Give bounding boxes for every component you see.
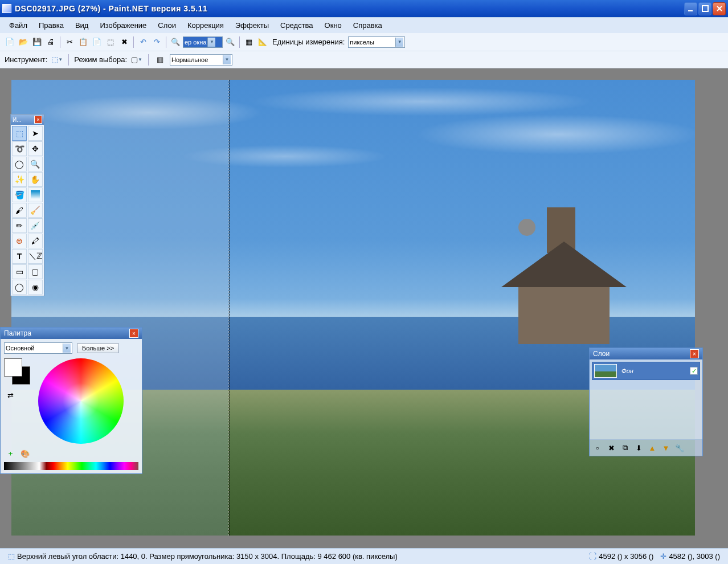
tool-move[interactable]: ✥: [28, 141, 43, 156]
ruler-button[interactable]: 📐: [256, 36, 269, 48]
copy-button[interactable]: 📋: [77, 36, 89, 48]
window-title: DSC02917.JPG (27%) - Paint.NET версия 3.…: [15, 4, 683, 13]
crop-button[interactable]: ⬚: [104, 36, 117, 48]
tool-freeform[interactable]: ◉: [28, 280, 43, 295]
menu-tools[interactable]: Средства: [275, 19, 319, 31]
tools-window[interactable]: И... × ⬚ ➤ ➰ ✥ ◯ 🔍 ✨ ✋ 🪣 🖌 🧹 ✏ 💉 ⊜ 🖍 T ＼…: [10, 114, 44, 296]
redo-button[interactable]: ↷: [150, 36, 163, 48]
zoom-out-button[interactable]: 🔍: [169, 36, 182, 48]
menu-effects[interactable]: Эффекты: [230, 19, 275, 31]
tool-recolor[interactable]: 🖍: [28, 234, 43, 248]
menu-adjust[interactable]: Коррекция: [182, 19, 230, 31]
primary-color-swatch[interactable]: [4, 358, 22, 377]
color-swatches[interactable]: [4, 358, 32, 387]
colors-window[interactable]: Палитра × Основной ▼ Больше >> ⇄ ＋ 🎨: [0, 327, 142, 474]
flood-mode-button[interactable]: ▥: [154, 54, 166, 66]
mode-replace-icon: ▢: [131, 55, 138, 64]
tool-line[interactable]: ＼ℤ: [28, 249, 43, 264]
tool-ellipse[interactable]: ◯: [12, 280, 27, 295]
duplicate-layer-button[interactable]: ⧉: [619, 442, 631, 454]
layer-visibility-checkbox[interactable]: ✓: [690, 367, 698, 375]
cut-icon: ✂: [67, 38, 73, 46]
blend-combo[interactable]: Нормальное ▼: [170, 54, 232, 66]
menu-bar: Файл Правка Вид Изображение Слои Коррекц…: [0, 17, 728, 33]
add-color-button[interactable]: ＋: [4, 447, 17, 460]
menu-view[interactable]: Вид: [69, 19, 95, 31]
paste-button[interactable]: 📄: [91, 36, 103, 48]
print-icon: 🖨: [47, 38, 55, 46]
delete-layer-button[interactable]: ✖: [605, 442, 617, 454]
new-button[interactable]: 📄: [3, 36, 16, 48]
tool-options-bar: Инструмент: ⬚▼ Режим выбора: ▢▼ ▥ Нормал…: [0, 51, 728, 68]
tool-brush[interactable]: 🖌: [12, 203, 27, 218]
tool-fill[interactable]: 🪣: [12, 187, 27, 202]
svg-rect-1: [702, 6, 708, 11]
save-button[interactable]: 💾: [31, 36, 43, 48]
menu-layers[interactable]: Слои: [152, 19, 182, 31]
picker-icon: 💉: [30, 221, 40, 230]
color-wheel[interactable]: [38, 358, 124, 444]
tool-lasso[interactable]: ➰: [12, 141, 27, 156]
tool-eraser[interactable]: 🧹: [28, 203, 43, 218]
layer-row[interactable]: Фон ✓: [592, 362, 700, 380]
zoom-combo[interactable]: ер окна ▼: [183, 36, 223, 48]
tools-titlebar[interactable]: И... ×: [11, 115, 44, 125]
layers-window[interactable]: Слои × Фон ✓ ▫ ✖ ⧉ ⬇ ▲ ▼ 🔧: [589, 348, 703, 456]
minimize-button[interactable]: [684, 2, 697, 15]
menu-window[interactable]: Окно: [319, 19, 347, 31]
tool-clone[interactable]: ⊜: [12, 234, 27, 248]
add-layer-button[interactable]: ▫: [591, 442, 604, 454]
tool-picker[interactable]: 💉: [28, 218, 43, 233]
active-tool-button[interactable]: ⬚▼: [51, 54, 63, 66]
deselect-button[interactable]: ✖: [118, 36, 130, 48]
layers-close-button[interactable]: ×: [690, 349, 699, 358]
tool-rounded-rect[interactable]: ▢: [28, 264, 43, 279]
print-button[interactable]: 🖨: [44, 36, 57, 48]
undo-button[interactable]: ↶: [137, 36, 149, 48]
color-palette-strip[interactable]: [4, 462, 138, 470]
tool-pan[interactable]: ✋: [28, 172, 43, 187]
tool-zoom[interactable]: 🔍: [28, 157, 43, 171]
cut-button[interactable]: ✂: [63, 36, 76, 48]
palette-button[interactable]: 🎨: [19, 447, 31, 460]
tools-close-button[interactable]: ×: [34, 116, 42, 124]
tool-rect-select[interactable]: ⬚: [12, 126, 27, 141]
layer-props-button[interactable]: 🔧: [673, 442, 686, 454]
cursor-pos-segment: ✛ 4582 (), 3003 (): [657, 552, 723, 561]
menu-file[interactable]: Файл: [3, 19, 33, 31]
add-icon: ＋: [7, 448, 14, 459]
menu-image[interactable]: Изображение: [94, 19, 152, 31]
tool-ellipse-select[interactable]: ◯: [12, 157, 27, 171]
close-button[interactable]: [713, 2, 726, 15]
tool-gradient[interactable]: [28, 187, 43, 202]
swap-colors-button[interactable]: ⇄: [4, 389, 17, 402]
selection-edge[interactable]: [228, 80, 230, 536]
move-selection-icon: ➤: [32, 129, 39, 138]
tool-magic-wand[interactable]: ✨: [12, 172, 27, 187]
color-mode-combo[interactable]: Основной ▼: [4, 342, 72, 354]
tool-text[interactable]: T: [12, 249, 27, 264]
tool-move-selection[interactable]: ➤: [28, 126, 43, 141]
bucket-icon: 🪣: [15, 190, 24, 199]
main-toolbar: 📄 📂 💾 🖨 ✂ 📋 📄 ⬚ ✖ ↶ ↷ 🔍 ер окна ▼ 🔍 ▦ 📐 …: [0, 33, 728, 51]
move-down-button[interactable]: ▼: [660, 442, 672, 454]
open-button[interactable]: 📂: [17, 36, 30, 48]
units-combo[interactable]: пикселы ▼: [348, 36, 405, 48]
tool-rect[interactable]: ▭: [12, 264, 27, 279]
layers-titlebar[interactable]: Слои ×: [590, 348, 702, 359]
colors-titlebar[interactable]: Палитра ×: [1, 328, 142, 339]
maximize-button[interactable]: [698, 2, 711, 15]
tool-pencil[interactable]: ✏: [12, 218, 27, 233]
more-button[interactable]: Больше >>: [77, 343, 119, 353]
move-up-button[interactable]: ▲: [646, 442, 659, 454]
cursor-pos-text: 4582 (), 3003 (): [669, 552, 720, 561]
select-mode-replace[interactable]: ▢▼: [130, 54, 143, 66]
zoom-in-button[interactable]: 🔍: [224, 36, 236, 48]
menu-help[interactable]: Справка: [347, 19, 388, 31]
colors-close-button[interactable]: ×: [129, 329, 138, 338]
menu-edit[interactable]: Правка: [33, 19, 69, 31]
grid-button[interactable]: ▦: [243, 36, 255, 48]
ellipse-select-icon: ◯: [15, 160, 24, 169]
merge-layer-button[interactable]: ⬇: [632, 442, 645, 454]
selection-info-text: Верхний левый угол области: 1440, 0. Раз…: [17, 552, 398, 561]
